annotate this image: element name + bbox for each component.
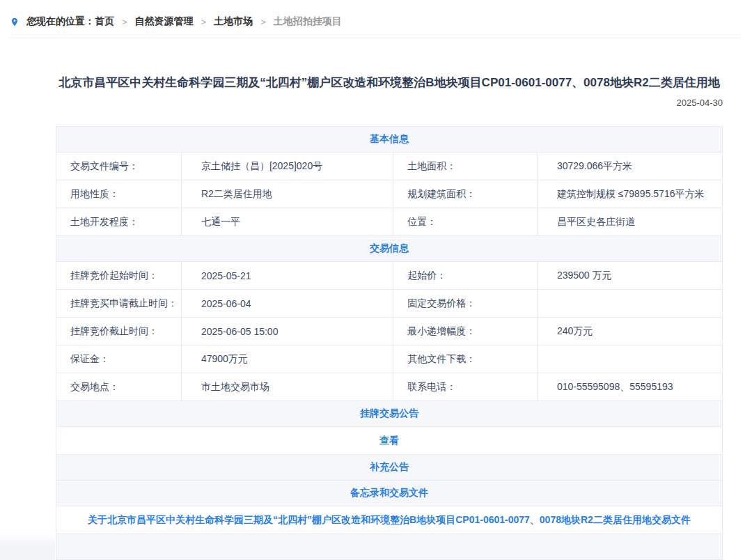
field-value: [537, 290, 722, 318]
link-cell: 关于北京市昌平区中关村生命科学园三期及“北四村”棚户区改造和环境整治B地块项目C…: [56, 506, 723, 534]
breadcrumb-item-1[interactable]: 首页: [95, 15, 114, 28]
breadcrumb-separator: >: [122, 17, 127, 27]
breadcrumb-item-3[interactable]: 土地市场: [214, 15, 253, 28]
breadcrumb-item-2[interactable]: 自然资源管理: [135, 15, 194, 28]
field-value: 昌平区史各庄街道: [537, 208, 722, 236]
section-partial-cutoff: [56, 534, 723, 560]
location-pin-icon: [10, 16, 19, 28]
field-value: 京土储挂（昌）[2025]020号: [181, 153, 393, 180]
field-value: 七通一平: [181, 208, 393, 236]
field-value: 2025-06-04: [181, 290, 393, 318]
header-divider: [10, 38, 741, 38]
table-row: 挂牌交易公告: [56, 401, 723, 427]
field-label: 用地性质：: [56, 180, 182, 208]
field-value: 240万元: [537, 318, 722, 345]
section-memo-and-documents: 备忘录和交易文件: [56, 481, 723, 506]
field-value: 市土地交易市场: [181, 373, 393, 401]
publish-date: 2025-04-30: [56, 98, 723, 108]
field-label: 挂牌竞买申请截止时间：: [56, 290, 182, 318]
field-label: 交易文件编号：: [56, 153, 182, 180]
field-value: [537, 345, 722, 373]
table-row: 关于北京市昌平区中关村生命科学园三期及“北四村”棚户区改造和环境整治B地块项目C…: [56, 506, 723, 534]
field-label: 土地面积：: [393, 153, 538, 180]
breadcrumb-prefix: 您现在的位置：: [26, 15, 95, 28]
table-row: 挂牌竞买申请截止时间：2025-06-04固定交易价格：: [56, 290, 723, 318]
content-area: 北京市昌平区中关村生命科学园三期及“北四村”棚户区改造和环境整治B地块项目CP0…: [56, 73, 723, 560]
page-header: 您现在的位置： 首页>自然资源管理>土地市场>土地招拍挂项目: [0, 0, 752, 38]
transaction-document-link[interactable]: 关于北京市昌平区中关村生命科学园三期及“北四村”棚户区改造和环境整治B地块项目C…: [88, 514, 691, 525]
view-link[interactable]: 查看: [379, 435, 399, 446]
breadcrumb-item-4: 土地招拍挂项目: [274, 15, 342, 28]
field-label: 位置：: [393, 208, 538, 236]
breadcrumb-separator: >: [260, 17, 266, 27]
bottom-left-shade: [0, 534, 55, 560]
field-label: 其他文件下载：: [393, 345, 538, 373]
land-info-table: 基本信息交易文件编号：京土储挂（昌）[2025]020号土地面积：30729.0…: [56, 126, 723, 560]
section-supplementary-announcement: 补充公告: [56, 455, 723, 481]
field-label: 规划建筑面积：: [393, 180, 538, 208]
field-label: 挂牌竞价截止时间：: [56, 318, 182, 345]
table-row: 挂牌竞价起始时间：2025-05-21起始价：239500 万元: [56, 262, 723, 290]
field-value: 2025-05-21: [181, 262, 393, 290]
field-label: 联系电话：: [393, 373, 538, 401]
section-transaction-info: 交易信息: [56, 236, 723, 262]
section-listing-announcement: 挂牌交易公告: [56, 401, 723, 427]
field-value: R2二类居住用地: [181, 180, 393, 208]
field-value: 239500 万元: [537, 262, 722, 290]
table-row: 用地性质：R2二类居住用地规划建筑面积：建筑控制规模 ≤79895.5716平方…: [56, 180, 723, 208]
table-row: 挂牌竞价截止时间：2025-06-05 15:00最小递增幅度：240万元: [56, 318, 723, 345]
table-row: 交易地点：市土地交易市场联系电话：010-55595098、55595193: [56, 373, 723, 401]
field-value: 47900万元: [181, 345, 393, 373]
field-label: 最小递增幅度：: [393, 318, 538, 345]
link-cell: 查看: [56, 427, 723, 455]
field-value: 建筑控制规模 ≤79895.5716平方米: [537, 180, 722, 208]
breadcrumb-separator: >: [201, 17, 207, 27]
field-value: 010-55595098、55595193: [537, 373, 722, 401]
field-label: 起始价：: [393, 262, 538, 290]
breadcrumb: 您现在的位置： 首页>自然资源管理>土地市场>土地招拍挂项目: [0, 0, 752, 38]
table-row: 交易信息: [56, 236, 723, 262]
field-label: 保证金：: [56, 345, 182, 373]
field-label: 挂牌竞价起始时间：: [56, 262, 182, 290]
table-row: 补充公告: [56, 455, 723, 481]
table-row: 备忘录和交易文件: [56, 481, 723, 506]
field-label: 固定交易价格：: [393, 290, 538, 318]
breadcrumb-items: 首页>自然资源管理>土地市场>土地招拍挂项目: [95, 15, 342, 28]
field-value: 2025-06-05 15:00: [181, 318, 393, 345]
table-row: 查看: [56, 427, 723, 455]
page-title: 北京市昌平区中关村生命科学园三期及“北四村”棚户区改造和环境整治B地块项目CP0…: [56, 73, 723, 92]
table-row: 保证金：47900万元其他文件下载：: [56, 345, 723, 373]
table-row: 交易文件编号：京土储挂（昌）[2025]020号土地面积：30729.066平方…: [56, 153, 723, 180]
field-label: 交易地点：: [56, 373, 182, 401]
field-value: 30729.066平方米: [537, 153, 722, 180]
table-row: 基本信息: [56, 127, 723, 153]
table-row: [56, 534, 723, 560]
table-row: 土地开发程度：七通一平位置：昌平区史各庄街道: [56, 208, 723, 236]
field-label: 土地开发程度：: [56, 208, 182, 236]
section-basic-info: 基本信息: [56, 127, 723, 153]
